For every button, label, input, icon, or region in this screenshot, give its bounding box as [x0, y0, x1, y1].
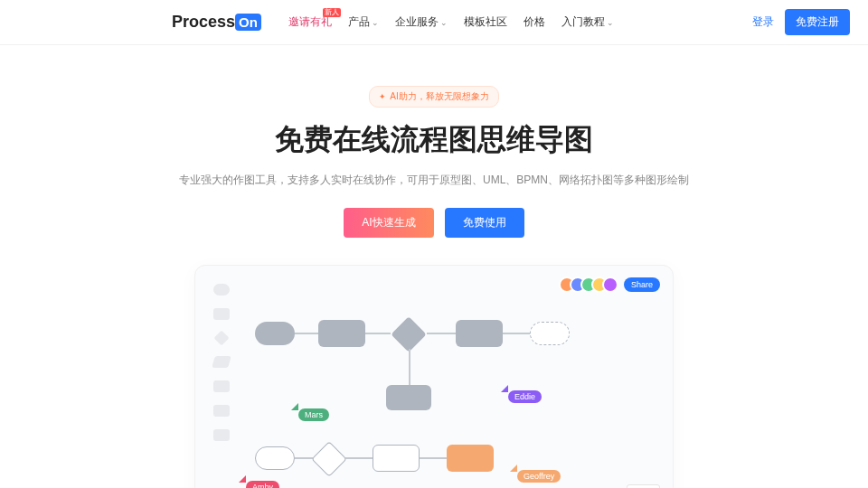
nav-promo[interactable]: 邀请有礼 新人 [288, 14, 332, 30]
flow-node[interactable] [255, 322, 295, 345]
palette-rect2-icon[interactable] [213, 380, 230, 392]
palette-diamond-icon[interactable] [214, 331, 230, 346]
hero-subtitle: 专业强大的作图工具，支持多人实时在线协作，可用于原型图、UML、BPMN、网络拓… [0, 173, 868, 188]
palette-parallelogram-icon[interactable] [212, 356, 231, 368]
connector [503, 333, 530, 334]
promo-badge: 新人 [323, 8, 341, 17]
diagram-preview: Share Mars Eddie Amby Geoffrey 100% [194, 265, 674, 488]
hero-section: ✦ AI助力，释放无限想象力 免费在线流程图思维导图 专业强大的作图工具，支持多… [0, 45, 868, 238]
nav-enterprise[interactable]: 企业服务⌄ [395, 14, 448, 30]
ai-tag: ✦ AI助力，释放无限想象力 [369, 86, 498, 108]
cursor-eddie: Eddie [508, 390, 542, 403]
shape-palette [208, 284, 235, 441]
ai-generate-button[interactable]: AI快速生成 [344, 208, 433, 238]
flow-decision[interactable] [311, 441, 347, 477]
logo-prefix: Process [172, 13, 235, 31]
nav-product[interactable]: 产品⌄ [348, 14, 379, 30]
main-nav: 邀请有礼 新人 产品⌄ 企业服务⌄ 模板社区 价格 入门教程⌄ [288, 14, 752, 30]
palette-rect3-icon[interactable] [213, 405, 230, 417]
nav-price[interactable]: 价格 [524, 14, 545, 30]
collaborator-avatars [564, 277, 618, 293]
connector [295, 457, 313, 459]
share-button[interactable]: Share [624, 277, 660, 292]
flow-node[interactable] [447, 445, 494, 472]
palette-rect4-icon[interactable] [213, 429, 230, 441]
chevron-down-icon: ⌄ [440, 18, 448, 27]
chevron-down-icon: ⌄ [372, 18, 379, 27]
hero-title: 免费在线流程图思维导图 [0, 120, 868, 160]
flow-node[interactable] [386, 385, 431, 410]
nav-tutorial[interactable]: 入门教程⌄ [561, 14, 614, 30]
login-link[interactable]: 登录 [752, 14, 774, 30]
logo-suffix: On [235, 14, 261, 31]
flow-node[interactable] [373, 445, 420, 472]
connector [420, 457, 447, 459]
flow-node[interactable] [255, 446, 295, 470]
avatar[interactable] [602, 277, 618, 293]
palette-terminator-icon[interactable] [213, 284, 230, 296]
logo[interactable]: ProcessOn [172, 13, 261, 32]
canvas[interactable]: Mars Eddie Amby Geoffrey [246, 302, 660, 488]
free-use-button[interactable]: 免费使用 [445, 208, 524, 238]
connector [295, 333, 318, 334]
connector [427, 333, 456, 334]
zoom-level[interactable]: 100% [627, 484, 660, 488]
flow-node[interactable] [456, 320, 503, 347]
palette-rect-icon[interactable] [213, 308, 230, 320]
flow-node[interactable] [318, 320, 365, 347]
chevron-down-icon: ⌄ [607, 18, 614, 27]
connector [365, 333, 391, 334]
cursor-amby: Amby [246, 481, 279, 488]
nav-templates[interactable]: 模板社区 [464, 14, 507, 30]
flow-decision[interactable] [391, 316, 427, 352]
connector [409, 349, 410, 385]
flow-node[interactable] [530, 322, 570, 345]
cursor-geoffrey: Geoffrey [517, 470, 561, 483]
connector [345, 457, 373, 459]
cursor-mars: Mars [298, 408, 329, 421]
sparkle-icon: ✦ [379, 92, 386, 101]
register-button[interactable]: 免费注册 [785, 9, 850, 35]
